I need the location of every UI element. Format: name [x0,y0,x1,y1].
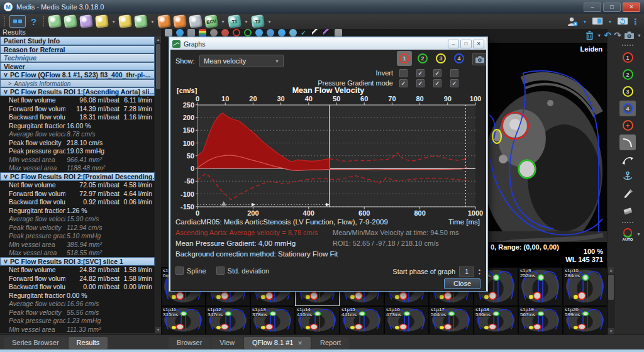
window-maximize-button[interactable]: □ [603,3,621,12]
results-scrollbar[interactable]: ▲ ▼ [155,36,161,333]
invert-roi1-checkbox[interactable] [399,69,408,77]
invert-roi2-checkbox[interactable]: ✓ [416,69,425,77]
scroll-up-icon[interactable]: ▲ [155,36,161,43]
thumbnail-s1p17[interactable]: s1p17504ms [429,306,474,334]
dialog-maximize-button[interactable]: □ [460,40,472,48]
toolbar-icon-1[interactable] [165,29,172,36]
invert-roi3-checkbox[interactable]: ✓ [433,69,441,77]
tab-results[interactable]: Results [69,337,108,349]
toolbar-icon-10[interactable] [267,29,274,36]
toolbar-icon-3[interactable] [187,29,195,36]
graph-roi-3-button[interactable]: 3 [433,51,448,66]
help-button[interactable]: ? [29,16,38,27]
section-header[interactable]: Technique [0,53,155,62]
toolbar-icon-7[interactable] [233,29,240,36]
thumbnail-scrollbar[interactable]: ▲ ▼ [608,267,615,334]
graph-roi-4-button[interactable]: 4 [452,51,467,66]
close-button[interactable]: Close [444,278,480,289]
app-icon-3[interactable] [79,14,93,28]
window-minimize-button[interactable]: – [584,3,601,12]
scrollbar-thumb[interactable] [156,44,160,89]
scrollbar-thumb[interactable] [608,275,614,300]
tab-series-browser[interactable]: Series Browser [4,337,67,349]
knife-tool-button[interactable] [619,185,636,201]
thumbnail-s1p12[interactable]: s1p12347ms [206,306,250,334]
dialog-close-button[interactable]: ✕ [473,40,484,48]
toolbar-icon-16[interactable] [335,29,342,36]
delete-contour-button[interactable] [585,30,594,41]
start-phase-spinner[interactable]: 1 [459,267,474,277]
toolbar-icon-11[interactable] [278,29,286,36]
anchor-tool-button[interactable] [619,168,636,184]
app-icon-6[interactable] [134,14,148,28]
toolbar-icon-4[interactable] [199,29,206,36]
thumbnail-s1p20[interactable]: s1p20599ms [563,306,608,334]
section-header[interactable]: VPC Flow Results ROI 1:[Ascending Aorta]… [0,87,155,96]
toolbar-icon-6[interactable] [221,29,229,36]
thumbnail-s1p13[interactable]: s1p13378ms [250,306,295,334]
chevron-down-icon[interactable]: ▼ [267,19,272,24]
layout-caret[interactable]: ▼ [606,16,614,27]
section-header[interactable]: VPC Flow (QFlow 8.1 #1, S23) fl3_400_thr… [0,70,155,79]
invert-roi4-checkbox[interactable] [450,69,458,77]
dialog-minimize-button[interactable]: – [448,40,459,48]
chevron-down-icon[interactable]: ▼ [150,19,155,24]
curve-tool-button[interactable] [619,135,636,150]
app-icon-7[interactable] [157,14,171,28]
toolbar-icon-14[interactable] [312,29,319,36]
layout-select-caret[interactable]: ▼ [581,16,589,27]
std-deviation-checkbox[interactable] [216,267,225,275]
close-tab-icon[interactable]: ✕ [297,340,303,346]
add-roi-button[interactable]: + [619,118,636,133]
show-dropdown[interactable]: Mean velocity ▼ [199,55,284,67]
section-header[interactable]: VPC Flow Results ROI 3:[SVC] slice 1 [0,257,155,266]
toolbar-icon-5[interactable] [210,29,218,36]
thumbnail-s1p18[interactable]: s1p18536ms [474,306,518,334]
graph-snapshot-button[interactable] [472,53,486,65]
thumbnail-s1p10[interactable]: s1p10284ms [563,267,608,306]
roi-2-button[interactable]: 2 [619,67,636,82]
section-header[interactable]: Patient Study Info [0,36,155,45]
auto-contour-button[interactable]: AUTO▼ [617,227,638,246]
spinner-arrows[interactable]: ▲▼ [478,268,481,275]
toolbar-icon-8[interactable] [244,29,252,36]
chevron-down-icon[interactable]: ▼ [597,33,601,38]
app-icon-4[interactable] [95,14,109,28]
tab-report[interactable]: Report [312,337,349,349]
chevron-down-icon[interactable]: ▼ [637,33,641,38]
app-icon-8[interactable] [173,14,187,28]
toolbar-grip[interactable] [43,16,44,26]
app-icon-1[interactable] [48,14,62,28]
app-icon-T2[interactable]: T2 [251,14,265,28]
flow-velocity-chart[interactable]: 0102030405060708090100250200150100500-50… [172,96,484,217]
overflow-menu-button[interactable]: ⋮ [631,16,640,27]
toolbar-icon-15[interactable] [323,29,331,36]
chevron-down-icon[interactable]: ▼ [111,19,116,24]
app-icon-9[interactable] [189,14,203,28]
thumbnail-s1p19[interactable]: s1p19567ms [518,306,563,334]
toolbar-icon-2[interactable] [176,29,184,36]
roi-1-button[interactable]: 1 [619,50,636,65]
user-icon[interactable] [567,16,578,27]
undo-button[interactable]: ↶ [604,30,611,41]
section-header[interactable]: Viewer [0,62,155,71]
app-icon-5[interactable] [118,14,132,28]
chevron-down-icon[interactable]: ▼ [244,19,248,24]
transform-tool-button[interactable] [619,151,636,167]
scroll-down-icon[interactable]: ▼ [608,328,614,334]
toolstrip-handle[interactable] [622,45,633,48]
app-icon-2[interactable] [64,14,77,28]
thumbnail-s1p9[interactable]: s1p9252ms [518,267,563,306]
roi-3-button[interactable]: 3 [619,84,636,99]
app-icon-ECV[interactable]: ECV [204,14,218,28]
thumbnail-s1p15[interactable]: s1p15441ms [340,306,384,334]
tab-qflow-8-1-1[interactable]: QFlow 8.1 #1✕ [244,337,311,349]
dialog-titlebar[interactable]: Graphs –□✕ [170,38,486,50]
tab-view[interactable]: View [211,337,243,349]
section-header[interactable]: >Analysis Information [0,79,155,88]
thumbnail-s1p14[interactable]: s1p14410ms [295,306,340,334]
snapshot-button[interactable] [624,30,635,41]
screen-layout-button[interactable] [592,16,603,27]
reset-layout-button[interactable] [617,16,628,27]
section-header[interactable]: Reason for Referral [0,45,155,54]
